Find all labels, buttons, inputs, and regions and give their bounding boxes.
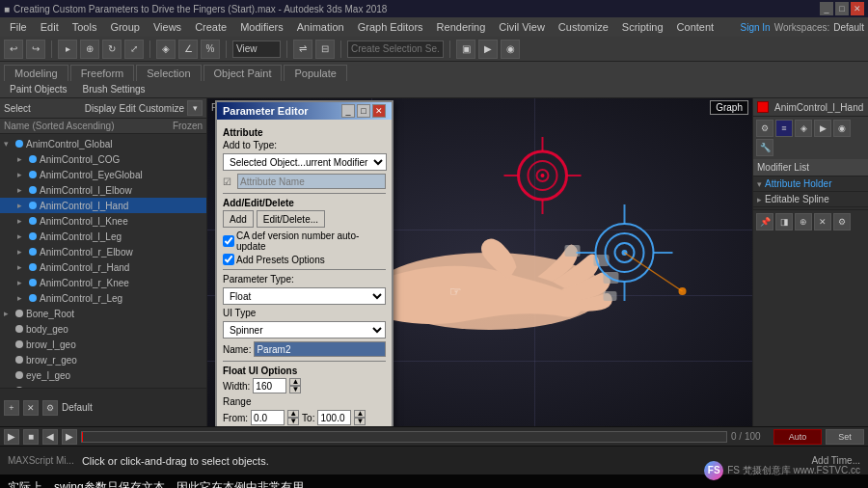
remove-modifier-button[interactable]: ✕: [814, 213, 831, 230]
tab-populate[interactable]: Populate: [284, 65, 346, 81]
ca-version-checkbox[interactable]: [223, 235, 234, 247]
workspaces-value[interactable]: Default: [833, 22, 864, 33]
create-button[interactable]: ⚙: [756, 120, 773, 137]
make-unique-button[interactable]: ⊕: [795, 213, 812, 230]
dialog-title-bar[interactable]: Parameter Editor _ □ ✕: [217, 102, 392, 120]
viewport[interactable]: ☞ Perspective Graph Parameter Editor _ □…: [207, 98, 752, 426]
item-label[interactable]: AnimControl_l_Hand: [40, 201, 128, 211]
select-button[interactable]: ▸: [58, 40, 77, 59]
modifier-editable-spline[interactable]: ▸ Editable Spline: [753, 192, 868, 207]
align-button[interactable]: ⊟: [315, 40, 335, 59]
menu-scripting[interactable]: Scripting: [616, 19, 669, 35]
motion-button[interactable]: ▶: [814, 120, 831, 137]
create-layer-button[interactable]: +: [4, 400, 19, 416]
width-input[interactable]: [253, 378, 286, 393]
dialog-maximize-button[interactable]: □: [357, 104, 370, 118]
angle-snap-button[interactable]: ∠: [178, 40, 198, 59]
menu-rendering[interactable]: Rendering: [431, 19, 492, 35]
add-to-type-select[interactable]: Selected Object...urrent Modifier: [223, 153, 387, 171]
from-down[interactable]: ▼: [287, 418, 299, 425]
redo-button[interactable]: ↪: [26, 40, 45, 59]
tab-selection[interactable]: Selection: [136, 65, 201, 81]
utilities-button[interactable]: 🔧: [756, 139, 773, 156]
item-label[interactable]: eye_l_geo: [26, 370, 70, 381]
minimize-button[interactable]: _: [820, 2, 833, 15]
add-presets-checkbox[interactable]: [223, 254, 234, 265]
stop-button[interactable]: ■: [23, 429, 39, 445]
item-label[interactable]: AnimControl_r_Elbow: [40, 247, 133, 258]
pin-stack-button[interactable]: 📌: [756, 213, 773, 230]
display-label[interactable]: Display: [85, 103, 117, 114]
tree-item[interactable]: brow_r_geo: [0, 352, 206, 367]
menu-file[interactable]: File: [4, 19, 33, 35]
range-to-input[interactable]: [317, 410, 351, 425]
timeline-track[interactable]: [81, 431, 727, 443]
select-rotate-button[interactable]: ↻: [102, 40, 122, 59]
menu-views[interactable]: Views: [148, 19, 187, 35]
modify-button[interactable]: ≡: [775, 120, 793, 137]
modifier-attribute-holder[interactable]: ▾ Attribute Holder: [753, 176, 868, 192]
to-down[interactable]: ▼: [354, 418, 366, 425]
dialog-close-button[interactable]: ✕: [372, 104, 386, 118]
render-frame-button[interactable]: ◉: [501, 40, 520, 59]
tree-item[interactable]: ▸ AnimControl_COG: [0, 151, 206, 167]
configure-button[interactable]: ⚙: [833, 213, 851, 230]
tree-item[interactable]: ▸ AnimControl_l_Knee: [0, 213, 206, 229]
hierarchy-button[interactable]: ◈: [795, 120, 812, 137]
prev-frame-button[interactable]: ◀: [42, 429, 58, 445]
show-end-result-button[interactable]: ◨: [775, 213, 793, 230]
tree-item[interactable]: ▸ AnimControl_r_Hand: [0, 259, 206, 275]
named-selection-input[interactable]: [347, 41, 444, 58]
menu-modifiers[interactable]: Modifiers: [234, 19, 289, 35]
menu-graph-editors[interactable]: Graph Editors: [352, 19, 429, 35]
item-label[interactable]: brow_r_geo: [26, 355, 77, 366]
menu-tools[interactable]: Tools: [67, 19, 103, 35]
tree-item[interactable]: ▸ AnimControl_l_Elbow: [0, 182, 206, 198]
play-button[interactable]: ▶: [4, 429, 19, 445]
tree-item[interactable]: ▸ AnimControl_r_Elbow: [0, 244, 206, 259]
maximize-button[interactable]: □: [835, 2, 849, 15]
customize-label[interactable]: Customize: [139, 103, 184, 114]
select-scale-button[interactable]: ⤢: [124, 40, 144, 59]
sign-in-link[interactable]: Sign In: [741, 22, 771, 33]
percent-snap-button[interactable]: %: [201, 40, 220, 59]
scene-tree[interactable]: ▾ AnimControl_Global ▸ AnimControl_COG ▸…: [0, 134, 206, 388]
layer-settings-button[interactable]: ⚙: [42, 400, 58, 416]
to-spinner[interactable]: ▲ ▼: [354, 410, 366, 425]
close-button[interactable]: ✕: [851, 2, 864, 15]
tab-freeform[interactable]: Freeform: [70, 65, 135, 81]
viewport-tab-graph[interactable]: Graph: [710, 100, 748, 115]
menu-content[interactable]: Content: [671, 19, 720, 35]
attribute-name-input[interactable]: [237, 174, 386, 189]
tree-item[interactable]: ▾ AnimControl_Global: [0, 136, 206, 151]
tab-object-paint[interactable]: Object Paint: [203, 65, 283, 81]
paint-objects-tab[interactable]: Paint Objects: [4, 82, 72, 96]
set-key-button[interactable]: Set: [826, 429, 864, 445]
range-from-input[interactable]: [251, 410, 285, 425]
item-label[interactable]: AnimControl_l_Knee: [40, 216, 128, 227]
item-label[interactable]: AnimControl_EyeGlobal: [40, 170, 143, 180]
dialog-minimize-button[interactable]: _: [341, 104, 355, 118]
tree-item[interactable]: ▸ AnimControl_r_Leg: [0, 290, 206, 306]
tree-item[interactable]: eye_l_geo: [0, 367, 206, 383]
mirror-button[interactable]: ⇌: [293, 40, 312, 59]
tree-item[interactable]: body_geo: [0, 321, 206, 337]
edit-delete-button[interactable]: Edit/Delete...: [257, 210, 325, 228]
delete-layer-button[interactable]: ✕: [23, 400, 39, 416]
auto-key-button[interactable]: Auto: [773, 429, 822, 445]
item-label[interactable]: brow_l_geo: [26, 339, 76, 350]
menu-group[interactable]: Group: [104, 19, 146, 35]
item-label[interactable]: AnimControl_COG: [40, 154, 120, 165]
item-label[interactable]: AnimControl_r_Leg: [40, 293, 122, 304]
render-button[interactable]: ▶: [478, 40, 498, 59]
item-label[interactable]: AnimControl_r_Knee: [40, 278, 129, 288]
tree-item[interactable]: ▸ AnimControl_l_Leg: [0, 229, 206, 244]
tree-item-selected[interactable]: ▸ AnimControl_l_Hand: [0, 198, 206, 213]
item-label[interactable]: Bone_Root: [26, 309, 74, 319]
ui-type-select[interactable]: Spinner: [223, 321, 386, 339]
from-spinner[interactable]: ▲ ▼: [287, 410, 299, 425]
param-type-select[interactable]: Float: [223, 287, 386, 305]
menu-create[interactable]: Create: [189, 19, 232, 35]
view-dropdown[interactable]: [232, 41, 281, 58]
select-label[interactable]: Select: [4, 103, 82, 114]
